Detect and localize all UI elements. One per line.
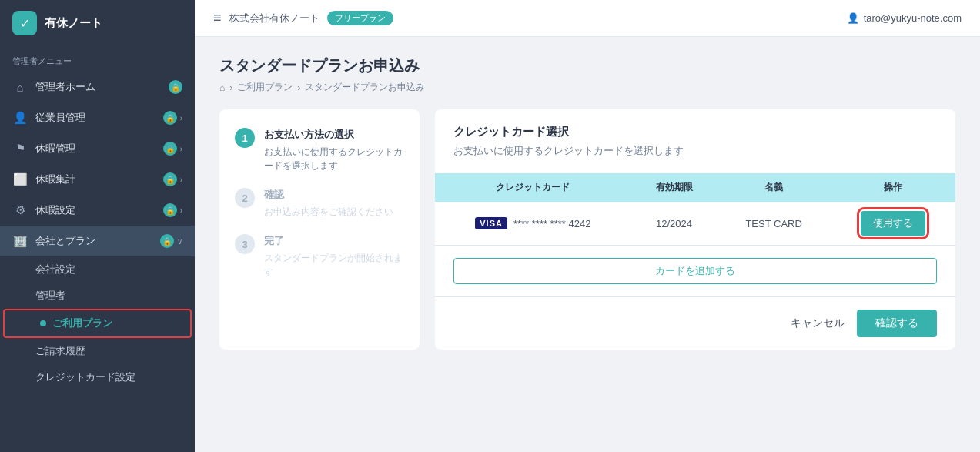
sidebar-item-company[interactable]: 🏢 会社とプラン 🔒 ∨ [0,226,195,256]
topbar-company: 株式会社有休ノート [229,12,319,25]
table-row: VISA **** **** **** 4242 12/2024 TEST CA… [435,202,955,246]
chevron-leave: › [180,145,182,153]
step-2-content: 確認 お申込み内容をご確認ください [264,188,393,219]
step-1-desc: お支払いに使用するクレジットカードを選択します [264,145,404,172]
step-3-number: 3 [235,234,255,254]
panel-title: クレジットカード選択 [453,125,937,139]
card-number-cell: VISA **** **** **** 4242 [435,202,631,246]
sidebar-sub-company-settings[interactable]: 会社設定 [0,256,195,283]
topbar-left: ≡ 株式会社有休ノート フリープラン [213,10,393,26]
active-indicator [40,320,46,326]
sidebar-sub-credit-label: クレジットカード設定 [35,370,135,384]
step-3-title: 完了 [264,234,404,248]
chevron-company: ∨ [177,237,182,246]
step-3-desc: スタンダードプランが開始されます [264,251,404,279]
col-name: 名義 [717,173,830,202]
plan-badge: フリープラン [327,11,393,25]
credit-card-table: クレジットカード 有効期限 名義 操作 VISA **** **** **** … [435,173,955,246]
step-1-content: お支払い方法の選択 お支払いに使用するクレジットカードを選択します [264,128,404,172]
chevron-employees: › [180,114,182,122]
sidebar-badge-home: 🔒 [169,80,182,94]
step-3-content: 完了 スタンダードプランが開始されます [264,234,404,279]
col-action: 操作 [831,173,955,202]
sidebar-sub-company-settings-label: 会社設定 [35,263,75,276]
step-3: 3 完了 スタンダードプランが開始されます [235,234,404,279]
sidebar-home-label: 管理者ホーム [35,80,166,94]
step-2-desc: お申込み内容をご確認ください [264,205,393,219]
sidebar-sub-plan-label: ご利用プラン [52,316,112,330]
company-icon: 🏢 [12,233,28,249]
table-header-row: クレジットカード 有効期限 名義 操作 [435,173,955,202]
breadcrumb-current: スタンダードプランお申込み [305,81,425,94]
app-logo: ✓ [12,11,37,35]
step-2-number: 2 [235,188,255,208]
sidebar-badge-employees: 🔒 [163,111,177,125]
sidebar-header: ✓ 有休ノート [0,0,195,46]
topbar-right: 👤 taro@yukyu-note.com [847,12,962,24]
sidebar-item-vacation-settings[interactable]: ⚙ 休暇設定 🔒 › [0,195,195,226]
breadcrumb: ⌂ › ご利用プラン › スタンダードプランお申込み [219,81,955,94]
sidebar-sub-billing-label: ご請求履歴 [35,344,85,358]
breadcrumb-sep2: › [297,82,300,93]
col-card: クレジットカード [435,173,631,202]
step-1-title: お支払い方法の選択 [264,128,404,142]
sidebar-sub-credit[interactable]: クレジットカード設定 [0,364,195,390]
add-card-button[interactable]: カードを追加する [453,258,937,284]
card-expiry-cell: 12/2024 [631,202,717,246]
sidebar-employees-label: 従業員管理 [35,111,160,125]
sidebar: ✓ 有休ノート 管理者メニュー ⌂ 管理者ホーム 🔒 👤 従業員管理 🔒 › ⚑… [0,0,195,452]
chevron-aggregate: › [180,176,182,184]
step-2-title: 確認 [264,188,393,202]
sidebar-badge-leave: 🔒 [163,142,177,156]
card-number-display: VISA **** **** **** 4242 [447,217,619,229]
sidebar-badge-aggregate: 🔒 [163,172,177,186]
breadcrumb-plan: ご利用プラン [237,81,293,94]
sidebar-sub-admin-label: 管理者 [35,289,65,303]
sidebar-aggregate-label: 休暇集計 [35,172,160,186]
page-title: スタンダードプランお申込み [219,55,955,76]
user-icon: 👤 [847,12,859,24]
app-title: 有休ノート [45,16,102,31]
leave-icon: ⚑ [12,141,28,156]
card-number: **** **** **** 4242 [513,218,590,229]
main-area: ≡ 株式会社有休ノート フリープラン 👤 taro@yukyu-note.com… [195,0,980,452]
user-email: taro@yukyu-note.com [864,12,962,24]
sidebar-badge-vacation-settings: 🔒 [163,203,177,217]
content-area: 1 お支払い方法の選択 お支払いに使用するクレジットカードを選択します 2 確認… [219,109,955,350]
employees-icon: 👤 [12,110,28,126]
hamburger-icon[interactable]: ≡ [213,10,222,26]
sidebar-item-leave[interactable]: ⚑ 休暇管理 🔒 › [0,133,195,164]
use-card-button[interactable]: 使用する [861,211,925,236]
panel-desc: お支払いに使用するクレジットカードを選択します [453,144,937,158]
steps-panel: 1 お支払い方法の選択 お支払いに使用するクレジットカードを選択します 2 確認… [219,109,420,350]
sidebar-company-label: 会社とプラン [35,234,157,248]
right-panel: クレジットカード選択 お支払いに使用するクレジットカードを選択します クレジット… [435,109,955,350]
right-panel-top: クレジットカード選択 お支払いに使用するクレジットカードを選択します [435,109,955,173]
sidebar-item-aggregate[interactable]: ⬜ 休暇集計 🔒 › [0,164,195,195]
sidebar-section-label: 管理者メニュー [0,46,195,72]
home-icon: ⌂ [12,79,28,95]
sidebar-item-home[interactable]: ⌂ 管理者ホーム 🔒 [0,72,195,102]
sidebar-sub-plan[interactable]: ご利用プラン [5,310,190,336]
sidebar-sub-billing[interactable]: ご請求履歴 [0,338,195,364]
confirm-button[interactable]: 確認する [857,310,937,337]
step-1: 1 お支払い方法の選択 お支払いに使用するクレジットカードを選択します [235,128,404,172]
aggregate-icon: ⬜ [12,172,28,187]
col-expiry: 有効期限 [631,173,717,202]
vacation-settings-icon: ⚙ [12,203,28,218]
sidebar-badge-company: 🔒 [160,234,174,248]
sidebar-leave-label: 休暇管理 [35,142,160,156]
page-content: スタンダードプランお申込み ⌂ › ご利用プラン › スタンダードプランお申込み… [195,37,980,452]
breadcrumb-sep1: › [229,82,232,93]
sidebar-vacation-settings-label: 休暇設定 [35,203,160,217]
sidebar-sub-admin[interactable]: 管理者 [0,283,195,309]
cancel-button[interactable]: キャンセル [791,316,845,330]
visa-logo: VISA [475,217,507,229]
step-2: 2 確認 お申込み内容をご確認ください [235,188,404,219]
card-name-cell: TEST CARD [717,202,830,246]
chevron-vacation-settings: › [180,206,182,215]
breadcrumb-home: ⌂ [219,82,225,93]
sidebar-item-employees[interactable]: 👤 従業員管理 🔒 › [0,102,195,133]
topbar: ≡ 株式会社有休ノート フリープラン 👤 taro@yukyu-note.com [195,0,980,37]
card-action-cell: 使用する [831,202,955,246]
